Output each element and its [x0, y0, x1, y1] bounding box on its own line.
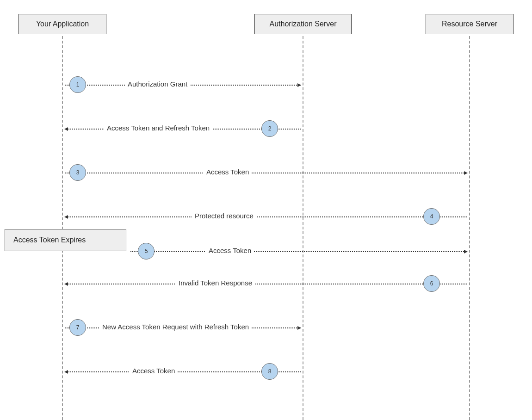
step1-circle: 1 [69, 76, 86, 93]
note-access-token-expires: Access Token Expires [5, 229, 126, 251]
arrow-step4 [65, 216, 467, 217]
step3-circle: 3 [69, 164, 86, 181]
participant-resource-server: Resource Server [426, 14, 513, 34]
arrow-step3 [65, 173, 467, 173]
step6-circle: 6 [423, 275, 440, 292]
step1-label: Authorization Grant [125, 80, 190, 88]
arrow-step5 [130, 251, 467, 252]
step7-label: New Access Token Request with Refresh To… [99, 323, 252, 331]
participant-your-application: Your Application [19, 14, 106, 34]
step5-circle: 5 [138, 243, 155, 259]
step3-label: Access Token [204, 168, 252, 176]
lifeline-app [62, 36, 63, 420]
step8-label: Access Token [130, 367, 178, 375]
lifeline-auth [303, 36, 303, 420]
participant-authorization-server: Authorization Server [254, 14, 352, 34]
step2-circle: 2 [261, 120, 278, 137]
arrow-step6 [65, 284, 467, 284]
step8-circle: 8 [261, 363, 278, 380]
step6-label: Invalid Token Response [176, 279, 255, 287]
step2-label: Access Token and Refresh Token [104, 124, 212, 132]
step7-circle: 7 [69, 319, 86, 336]
step4-circle: 4 [423, 208, 440, 225]
step4-label: Protected resource [192, 212, 256, 220]
step5-label: Access Token [206, 247, 254, 254]
lifeline-resource [469, 36, 470, 420]
